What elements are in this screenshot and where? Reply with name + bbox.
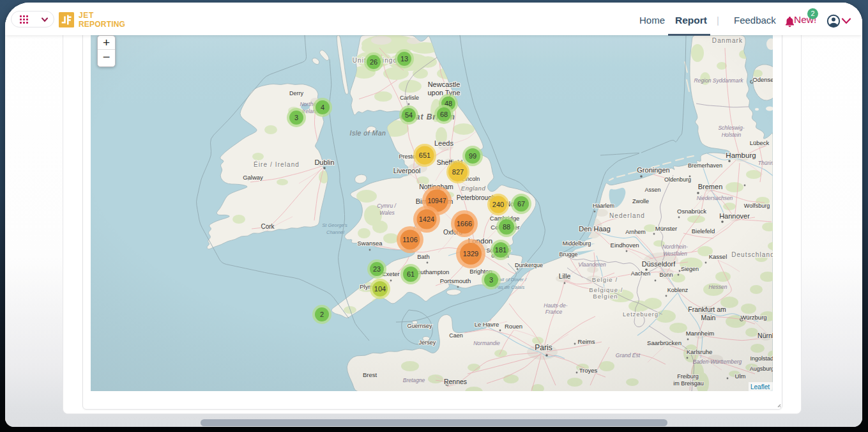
svg-text:Leaflet: Leaflet [750, 383, 770, 390]
